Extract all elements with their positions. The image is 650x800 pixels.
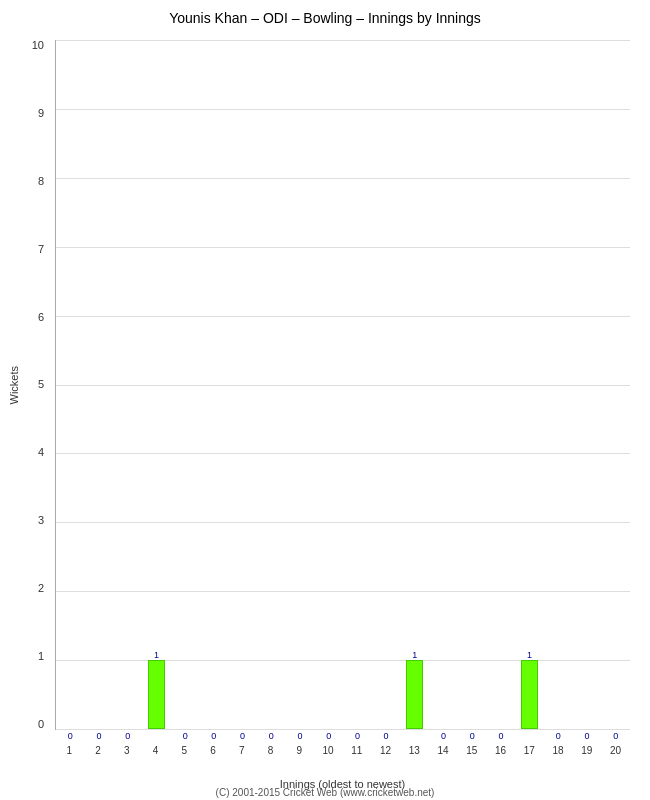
bar-column: 0 [458,40,487,729]
x-axis-label: 1 [55,745,84,756]
bar-value-label: 1 [142,650,171,660]
bar-column: 0 [56,40,85,729]
x-axis-label: 4 [141,745,170,756]
x-axis-label: 13 [400,745,429,756]
bar-column: 0 [372,40,401,729]
bar-column: 0 [573,40,602,729]
bar-column: 0 [286,40,315,729]
footer: (C) 2001-2015 Cricket Web (www.cricketwe… [0,787,650,798]
y-axis-label: 0 [38,719,44,730]
y-axis-label: 4 [38,447,44,458]
y-axis-label: 10 [32,40,44,51]
bar [406,660,423,729]
x-axis-label: 2 [84,745,113,756]
bar [521,660,538,729]
bar-column: 0 [487,40,516,729]
y-axis-label: 5 [38,379,44,390]
bar-column: 0 [257,40,286,729]
bar-column: 0 [314,40,343,729]
x-axis-label: 7 [228,745,257,756]
y-axis-label: 3 [38,515,44,526]
bar-column: 0 [200,40,229,729]
bar-column: 1 [515,40,544,729]
bar-column: 0 [343,40,372,729]
bar-column: 0 [113,40,142,729]
x-axis-label: 15 [458,745,487,756]
bar-column: 0 [228,40,257,729]
x-axis-label: 16 [486,745,515,756]
x-axis-label: 14 [429,745,458,756]
x-axis-label: 11 [343,745,372,756]
x-axis-label: 5 [170,745,199,756]
x-axis-label: 18 [544,745,573,756]
bar-column: 0 [171,40,200,729]
x-axis-label: 19 [573,745,602,756]
y-axis-label: 7 [38,244,44,255]
x-axis-label: 8 [256,745,285,756]
bar-column: 1 [142,40,171,729]
x-axis-label: 3 [113,745,142,756]
y-axis-labels: 109876543210 [0,40,50,730]
x-axis-label: 12 [371,745,400,756]
x-axis-labels: 1234567891011121314151617181920 [55,740,630,760]
x-axis-label: 17 [515,745,544,756]
x-axis-label: 10 [314,745,343,756]
x-axis-label: 9 [285,745,314,756]
y-axis-label: 2 [38,583,44,594]
grid-line [56,729,630,730]
x-axis-label: 20 [601,745,630,756]
chart-area: 00010000000010001000 [55,40,630,730]
y-axis-label: 9 [38,108,44,119]
bar-column: 0 [601,40,630,729]
bar-column: 0 [544,40,573,729]
bar-value-label: 1 [515,650,544,660]
y-axis-label: 8 [38,176,44,187]
bar-column: 0 [85,40,114,729]
chart-title: Younis Khan – ODI – Bowling – Innings by… [0,0,650,31]
bars-container: 00010000000010001000 [56,40,630,729]
bar-value-label: 1 [400,650,429,660]
bar [148,660,165,729]
x-axis-label: 6 [199,745,228,756]
y-axis-label: 6 [38,312,44,323]
bar-column: 1 [400,40,429,729]
chart-container: Younis Khan – ODI – Bowling – Innings by… [0,0,650,800]
y-axis-label: 1 [38,651,44,662]
bar-column: 0 [429,40,458,729]
